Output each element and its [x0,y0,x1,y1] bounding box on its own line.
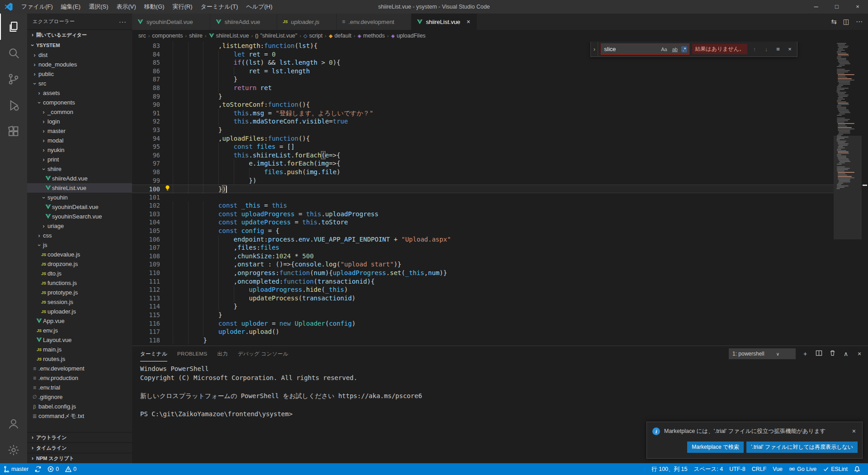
tree-item-.env.production[interactable]: ≡.env.production [27,373,132,383]
tree-item-.gitignore[interactable]: ∅.gitignore [27,392,132,402]
tree-item-master[interactable]: ›master [27,126,132,136]
panel-tab-PROBLEMS[interactable]: PROBLEMS [177,346,207,361]
menu-item-7[interactable]: ヘルプ(H) [242,0,277,14]
tree-item-_common[interactable]: ›_common [27,107,132,117]
close-tab-icon[interactable]: × [465,18,472,25]
notification-button-1[interactable]: '.trial' ファイルに対しては再度表示しない [746,442,858,453]
tree-item-src[interactable]: ›src [27,79,132,88]
tree-item-assets[interactable]: ›assets [27,88,132,98]
tree-item-print[interactable]: ›print [27,155,132,164]
tree-item-Layout.vue[interactable]: Layout.vue [27,335,132,345]
activity-search[interactable] [0,40,27,66]
section-アウトライン[interactable]: ›アウトライン [27,432,132,442]
open-editors-section[interactable]: › 開いているエディター [27,29,132,40]
status-sync[interactable] [32,463,44,475]
notification-button-0[interactable]: Marketplace で検索 [687,442,744,453]
whole-word-icon[interactable]: ab [671,46,679,52]
tab-shiireAdd.vue[interactable]: shiireAdd.vue× [210,14,278,30]
tree-item-shiireList.vue[interactable]: shiireList.vue [27,183,132,193]
minimize-button[interactable]: ─ [806,0,826,14]
tree-item-css[interactable]: ›css [27,231,132,240]
tree-item-prototype.js[interactable]: JSprototype.js [27,288,132,297]
split-terminal-icon[interactable] [815,350,823,358]
menu-item-0[interactable]: ファイル(F) [17,0,57,14]
breadcrumb-item-8[interactable]: ◈uploadFiles [391,33,425,39]
root-folder-section[interactable]: › YSYSTEM [27,40,132,50]
code-editor[interactable]: 83 ,listLength:function(lst){84 let ret … [132,42,868,346]
activity-run-debug[interactable] [0,92,27,119]
tab-uploader.js[interactable]: JSuploader.js× [277,14,336,30]
breadcrumb-item-6[interactable]: ◆default [329,33,351,39]
tree-item-babel.config.js[interactable]: βbabel.config.js [27,402,132,411]
activity-explorer[interactable] [0,14,27,40]
status-bell[interactable] [851,463,863,475]
minimap-slider[interactable] [834,136,862,239]
maximize-panel-icon[interactable]: ∧ [842,350,850,357]
tree-item-dto.js[interactable]: JSdto.js [27,269,132,278]
status-item-right-4[interactable]: Vue [769,463,786,475]
tree-item-env.js[interactable]: JSenv.js [27,326,132,335]
activity-account[interactable] [0,411,27,437]
status-item-right-0[interactable]: 行 100、列 15 [648,463,690,475]
menu-item-5[interactable]: 実行(R) [169,0,197,14]
regex-icon[interactable]: .* [681,46,687,52]
tree-item-dist[interactable]: ›dist [27,50,132,60]
minimap[interactable] [834,42,862,346]
close-find-icon[interactable]: × [785,46,794,52]
tree-item-.env.trial[interactable]: ≡.env.trial [27,383,132,392]
tree-item-main.js[interactable]: JSmain.js [27,345,132,354]
tree-item-modal[interactable]: ›modal [27,136,132,145]
find-input-box[interactable]: Aa ab .* [601,43,689,55]
split-editor-icon[interactable]: ◫ [843,18,849,26]
find-previous-icon[interactable]: ↑ [750,46,759,52]
panel-tab-出力[interactable]: 出力 [217,346,228,361]
tree-item-nyukin[interactable]: ›nyukin [27,145,132,155]
find-in-selection-icon[interactable]: ≡ [774,46,783,52]
status-item-right-1[interactable]: スペース: 4 [690,463,726,475]
activity-source-control[interactable] [0,66,27,92]
explorer-more-actions-icon[interactable]: ··· [119,18,127,25]
tab-.env.development[interactable]: ≡.env.development× [337,14,412,30]
menu-item-6[interactable]: ターミナル(T) [197,0,242,14]
section-タイムライン[interactable]: ›タイムライン [27,442,132,453]
toggle-replace-icon[interactable]: › [591,42,598,57]
tree-item-components[interactable]: ›components [27,98,132,107]
tree-item-public[interactable]: ›public [27,69,132,79]
status-branch[interactable]: master [0,463,32,475]
breadcrumb-item-4[interactable]: {}"shiireList.vue" [255,33,297,39]
tree-item-dropzone.js[interactable]: JSdropzone.js [27,259,132,269]
new-terminal-icon[interactable]: + [801,350,809,357]
overview-ruler[interactable] [862,42,868,346]
tab-shiireList.vue[interactable]: shiireList.vue× [411,14,477,30]
tree-item-login[interactable]: ›login [27,117,132,126]
tab-syouhinDetail.vue[interactable]: syouhinDetail.vue× [132,14,210,30]
menu-item-4[interactable]: 移動(G) [140,0,169,14]
panel-tab-ターミナル[interactable]: ターミナル [140,346,167,361]
close-notification-icon[interactable]: × [850,428,858,435]
status-check[interactable]: ESLint [820,463,851,475]
kill-terminal-icon[interactable] [828,350,836,358]
status-error[interactable]: 0 [44,463,62,475]
close-window-button[interactable]: × [847,0,868,14]
tree-item-node_modules[interactable]: ›node_modules [27,60,132,69]
tree-item-commandメモ.txt[interactable]: ≣commandメモ.txt [27,411,132,421]
panel-tab-デバッグ コンソール[interactable]: デバッグ コンソール [238,346,288,361]
breadcrumb-item-3[interactable]: shiireList.vue [209,33,249,39]
find-next-icon[interactable]: ↓ [762,46,771,52]
activity-extensions[interactable] [0,119,27,145]
tree-item-shiire[interactable]: ›shiire [27,164,132,174]
tree-item-syouhin[interactable]: ›syouhin [27,193,132,202]
tree-item-syouhinDetail.vue[interactable]: syouhinDetail.vue [27,202,132,212]
more-actions-icon[interactable]: ⋯ [856,18,863,26]
breadcrumb-item-0[interactable]: src [138,33,146,39]
section-NPM スクリプト[interactable]: ›NPM スクリプト [27,453,132,463]
tree-item-syouhinSearch.vue[interactable]: syouhinSearch.vue [27,212,132,221]
tree-item-.env.development[interactable]: ≡.env.development [27,364,132,373]
tree-item-session.js[interactable]: JSsession.js [27,297,132,307]
tree-item-uriage[interactable]: ›uriage [27,221,132,231]
tree-item-codevalue.js[interactable]: JScodevalue.js [27,250,132,259]
tree-item-functions.js[interactable]: JSfunctions.js [27,278,132,288]
terminal-shell-select[interactable]: 1: powershell ∨ [729,348,796,359]
breadcrumb-item-1[interactable]: components [152,33,183,39]
close-panel-icon[interactable]: × [855,350,863,357]
